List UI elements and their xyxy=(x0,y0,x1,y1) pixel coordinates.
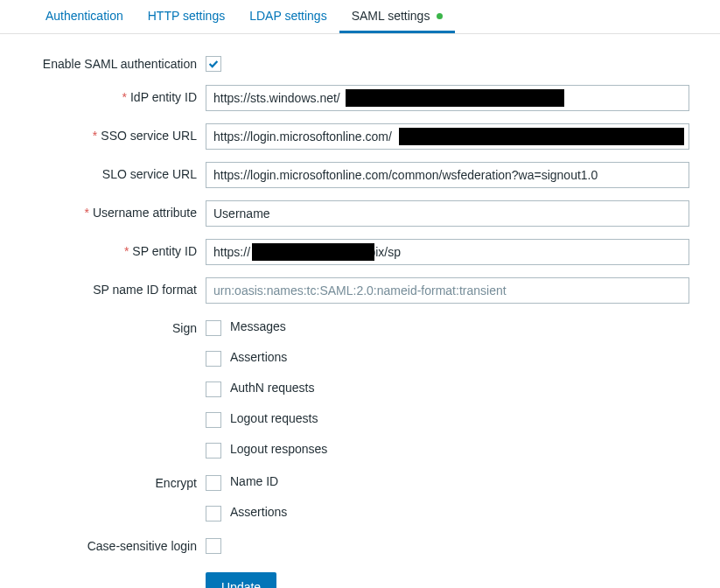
encrypt-nameid-label: Name ID xyxy=(230,474,278,488)
sign-logout-req-label: Logout requests xyxy=(230,411,318,425)
sp-entity-id-input[interactable] xyxy=(206,239,689,265)
sign-logout-resp-label: Logout responses xyxy=(230,442,327,456)
slo-url-input[interactable] xyxy=(206,162,689,188)
sso-url-input[interactable] xyxy=(206,123,689,150)
encrypt-assertions-label: Assertions xyxy=(230,505,287,519)
idp-entity-id-input[interactable] xyxy=(206,85,689,111)
sp-name-id-input[interactable] xyxy=(206,277,689,304)
slo-url-label: SLO service URL xyxy=(0,162,206,181)
active-indicator-icon xyxy=(437,13,443,19)
encrypt-label: Encrypt xyxy=(0,471,206,490)
sign-authn-label: AuthN requests xyxy=(230,381,315,395)
sign-logout-req-checkbox[interactable] xyxy=(206,412,221,428)
settings-tabs: Authentication HTTP settings LDAP settin… xyxy=(0,0,720,34)
tab-saml-settings[interactable]: SAML settings xyxy=(339,0,456,33)
username-attr-input[interactable] xyxy=(206,200,689,227)
username-attr-label: *Username attribute xyxy=(0,200,206,220)
idp-entity-id-label: *IdP entity ID xyxy=(0,85,206,104)
saml-settings-form: Enable SAML authentication *IdP entity I… xyxy=(0,52,720,588)
tab-saml-label: SAML settings xyxy=(352,9,430,23)
sign-assertions-label: Assertions xyxy=(230,350,287,364)
encrypt-assertions-checkbox[interactable] xyxy=(206,506,221,522)
tab-http-settings[interactable]: HTTP settings xyxy=(136,0,237,33)
enable-saml-checkbox[interactable] xyxy=(206,56,221,72)
sign-messages-checkbox[interactable] xyxy=(206,320,221,336)
sign-authn-checkbox[interactable] xyxy=(206,382,221,397)
tab-authentication[interactable]: Authentication xyxy=(33,0,136,33)
case-sensitive-label: Case-sensitive login xyxy=(0,534,206,553)
enable-saml-label: Enable SAML authentication xyxy=(0,52,206,71)
sign-logout-resp-checkbox[interactable] xyxy=(206,443,221,458)
sso-url-label: *SSO service URL xyxy=(0,123,206,143)
case-sensitive-checkbox[interactable] xyxy=(206,538,221,554)
sign-label: Sign xyxy=(0,316,206,335)
update-button[interactable]: Update xyxy=(206,572,276,588)
sp-name-id-label: SP name ID format xyxy=(0,277,206,297)
sp-entity-id-label: *SP entity ID xyxy=(0,239,206,258)
sign-messages-label: Messages xyxy=(230,319,286,333)
sign-assertions-checkbox[interactable] xyxy=(206,351,221,367)
tab-ldap-settings[interactable]: LDAP settings xyxy=(237,0,339,33)
encrypt-nameid-checkbox[interactable] xyxy=(206,475,221,491)
